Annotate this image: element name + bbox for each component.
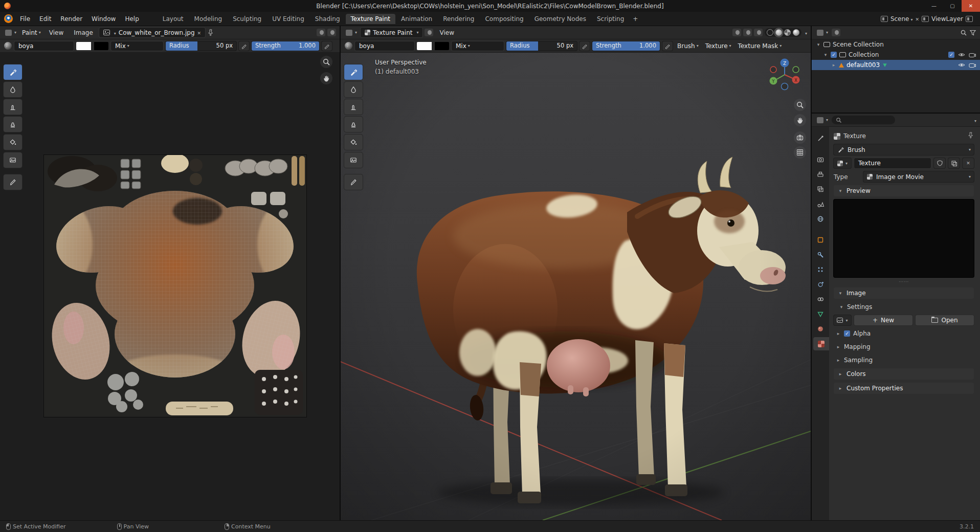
radius-slider[interactable]: Radius 50 px (166, 41, 236, 51)
filter-options-caret[interactable] (973, 117, 976, 124)
pin-icon[interactable] (207, 29, 214, 36)
radius-pressure-icon[interactable] (239, 41, 249, 51)
editor-type-icon[interactable] (4, 29, 18, 37)
navigation-gizmo[interactable]: Z Y X (767, 57, 803, 93)
tool-draw-button[interactable] (4, 64, 22, 80)
tab-view-layer[interactable] (812, 183, 829, 196)
tool-mask-button[interactable] (4, 152, 22, 168)
tool-mask-button[interactable] (344, 152, 363, 168)
render-camera-icon[interactable] (969, 52, 976, 57)
menu-view[interactable]: View (45, 28, 68, 37)
strength-slider[interactable]: Strength 1.000 (592, 41, 660, 51)
tab-particles[interactable] (812, 263, 829, 276)
type-dropdown[interactable]: Image or Movie (863, 171, 974, 182)
gizmos-icon[interactable] (743, 29, 752, 36)
tool-clone-button[interactable] (4, 117, 22, 132)
texture-mask-popover[interactable]: Texture Mask (736, 41, 784, 51)
tab-rendering[interactable]: Rendering (438, 14, 479, 24)
mapping-row[interactable]: ▸ Mapping (834, 342, 974, 352)
tab-tool[interactable] (812, 132, 829, 145)
shading-rendered-icon[interactable] (793, 29, 799, 36)
tool-soften-button[interactable] (4, 82, 22, 97)
secondary-color-swatch[interactable] (434, 42, 449, 50)
brush-name-field[interactable]: boya (355, 41, 414, 51)
tab-object-data[interactable] (812, 307, 829, 321)
secondary-color-swatch[interactable] (94, 42, 108, 50)
tab-texture[interactable] (813, 337, 829, 350)
ortho-toggle-icon[interactable] (794, 146, 806, 159)
tool-fill-button[interactable] (344, 135, 363, 150)
texture-preview-box[interactable] (834, 199, 974, 277)
pan-2d-icon[interactable] (320, 72, 332, 84)
alpha-row[interactable]: ▸ Alpha (834, 328, 974, 339)
tab-shading[interactable]: Shading (310, 14, 345, 24)
display-mode-icon[interactable] (832, 29, 840, 36)
section-custom-properties[interactable]: ▸ Custom Properties (834, 383, 974, 394)
tool-fill-button[interactable] (4, 135, 22, 150)
expand-caret-icon[interactable]: ▾ (823, 52, 828, 57)
close-button[interactable]: ✕ (962, 0, 980, 12)
collection-exclude-checkbox[interactable] (948, 52, 954, 58)
texture-browse-dropdown[interactable] (834, 158, 851, 168)
uv-texture-image[interactable] (44, 155, 306, 417)
brush-preview-icon[interactable] (4, 42, 12, 50)
render-camera-icon[interactable] (969, 62, 976, 68)
subsection-settings[interactable]: ▾ Settings (834, 302, 974, 312)
section-preview[interactable]: ▾ Preview (834, 185, 974, 196)
tab-physics[interactable] (812, 278, 829, 291)
tab-sculpting[interactable]: Sculpting (228, 14, 266, 24)
tool-annotate-button[interactable] (344, 174, 363, 190)
tab-object[interactable] (812, 233, 829, 247)
zoom-2d-icon[interactable] (320, 56, 332, 68)
tab-geometry-nodes[interactable]: Geometry Nodes (529, 14, 591, 24)
viewlayer-browse-icon[interactable] (922, 16, 929, 22)
image-datablock[interactable]: Cow_white_or_Brown.jpg (99, 28, 205, 37)
shading-solid-icon[interactable] (775, 29, 782, 36)
tab-modifiers[interactable] (812, 248, 829, 261)
tab-texture-paint[interactable]: Texture Paint (346, 14, 395, 24)
viewlayer-selector[interactable]: ViewLayer (931, 15, 963, 23)
tab-compositing[interactable]: Compositing (480, 14, 528, 24)
sampling-row[interactable]: ▸ Sampling (834, 355, 974, 365)
tab-scene[interactable] (812, 197, 829, 211)
primary-color-swatch[interactable] (417, 42, 432, 50)
brush-name-field[interactable]: boya (14, 41, 74, 51)
menu-window[interactable]: Window (87, 14, 120, 24)
fake-user-shield-icon[interactable] (934, 158, 945, 168)
pin-icon[interactable] (968, 132, 974, 139)
image-browse-dropdown[interactable] (834, 315, 851, 325)
tool-annotate-button[interactable] (4, 174, 22, 190)
tool-clone-button[interactable] (344, 117, 363, 132)
tool-draw-button[interactable] (344, 64, 363, 80)
brush-preview-icon[interactable] (345, 42, 352, 50)
editor-type-icon[interactable] (815, 116, 830, 124)
display-channels-icon[interactable] (317, 29, 325, 36)
strength-pressure-icon[interactable] (662, 41, 673, 51)
camera-view-icon[interactable] (794, 131, 806, 144)
strength-slider[interactable]: Strength 1.000 (252, 41, 319, 51)
viewlayer-new-icon[interactable] (966, 16, 973, 22)
maximize-button[interactable]: ▢ (943, 0, 962, 12)
search-icon[interactable] (960, 29, 967, 36)
tab-output[interactable] (812, 168, 829, 181)
radius-pressure-icon[interactable] (580, 41, 590, 51)
tab-layout[interactable]: Layout (158, 14, 189, 24)
expand-caret-icon[interactable]: ▸ (831, 62, 836, 68)
brush-popover[interactable]: Brush (675, 41, 701, 51)
object-visibility-icon[interactable] (732, 29, 741, 36)
add-workspace-button[interactable]: + (630, 14, 641, 24)
tab-modeling[interactable]: Modeling (189, 14, 228, 24)
unlink-texture-icon[interactable] (963, 158, 974, 168)
shading-options-caret[interactable] (804, 29, 807, 36)
tab-scripting[interactable]: Scripting (592, 14, 629, 24)
menu-file[interactable]: File (16, 14, 34, 24)
pan-3d-icon[interactable] (794, 114, 806, 126)
menu-edit[interactable]: Edit (35, 14, 55, 24)
outliner-row-scene-collection[interactable]: ▾ Scene Collection (812, 39, 980, 50)
texture-name-field[interactable]: Texture (854, 158, 931, 168)
overlays-icon[interactable] (754, 29, 763, 36)
image-sidebar-icon[interactable] (327, 29, 336, 36)
tab-world[interactable] (812, 212, 829, 226)
tab-animation[interactable]: Animation (396, 14, 437, 24)
brush-selector-dropdown[interactable]: Brush (834, 144, 974, 155)
